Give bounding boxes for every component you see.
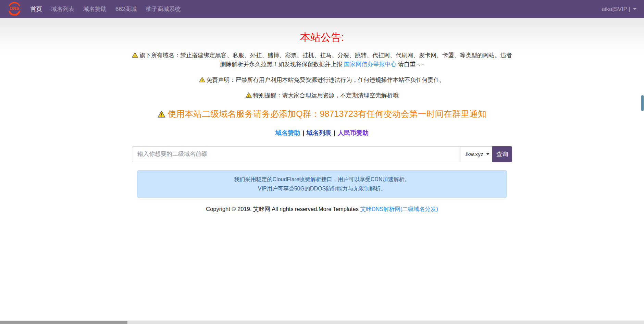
- svg-text:!: !: [201, 78, 202, 82]
- qq-group-notice-text: 使用本站二级域名服务请务必添加Q群：98713723有任何变动会第一时间在群里通…: [168, 109, 486, 119]
- nav-links: 首页 域名列表 域名赞助 662商城 柚子商城系统: [26, 0, 185, 18]
- navbar: DNS 首页 域名列表 域名赞助 662商城 柚子商城系统 aika[SVIP …: [0, 0, 644, 18]
- notice-reminder: ! 特别提醒：请大家合理运用资源，不定期清理空壳解析哦: [132, 91, 512, 100]
- domain-prefix-input[interactable]: [132, 146, 460, 162]
- cloudflare-info-box: 我们采用稳定的CloudFlare收费解析接口，用户可以享受CDN加速解析。 V…: [137, 170, 507, 198]
- domain-suffix-wrap: .ikw.xyz: [460, 146, 492, 162]
- notice-disclaimer: ! 免责声明：严禁所有用户利用本站免费资源进行违法行为，任何违规操作本站不负任何…: [132, 76, 512, 85]
- user-dropdown[interactable]: aika[SVIP ]: [602, 6, 636, 13]
- content-container: 本站公告: ! 旗下所有域名：禁止搭建绑定黑客、私服、外挂、赌博、彩票、挂机、挂…: [127, 30, 517, 213]
- nav-item-home[interactable]: 首页: [26, 0, 47, 18]
- copyright-text: Copyright © 2019. 艾咔网 All rights reserve…: [206, 206, 360, 212]
- footer-site-link[interactable]: 艾咔DNS解析网(二级域名分发): [360, 206, 438, 212]
- info-line-1: 我们采用稳定的CloudFlare收费解析接口，用户可以享受CDN加速解析。: [143, 175, 501, 184]
- notice-domains-text: 旗下所有域名：禁止搭建绑定黑客、私服、外挂、赌博、彩票、挂机、挂马、分裂、跳转、…: [139, 52, 512, 67]
- info-line-2: VIP用户可享受50G的DDOS防御能力与无限制解析。: [143, 184, 501, 193]
- warning-icon: !: [132, 52, 138, 58]
- navbar-right: aika[SVIP ]: [602, 6, 636, 13]
- notice-domains: ! 旗下所有域名：禁止搭建绑定黑客、私服、外挂、赌博、彩票、挂机、挂马、分裂、跳…: [132, 51, 512, 69]
- notice-reminder-text: 特别提醒：请大家合理运用资源，不定期清理空壳解析哦: [253, 92, 399, 99]
- svg-text:!: !: [161, 113, 162, 118]
- notice-disclaimer-text: 免责声明：严禁所有用户利用本站免费资源进行违法行为，任何违规操作本站不负任何责任…: [207, 77, 445, 83]
- quick-link-domain-list[interactable]: 域名列表: [307, 129, 331, 136]
- domain-search-bar: .ikw.xyz 查询: [132, 146, 512, 162]
- page-body: 本站公告: ! 旗下所有域名：禁止搭建绑定黑客、私服、外挂、赌博、彩票、挂机、挂…: [0, 18, 644, 224]
- nav-item-domain-list[interactable]: 域名列表: [47, 0, 79, 18]
- vertical-scrollbar-thumb[interactable]: [641, 95, 644, 111]
- quick-links: 域名赞助|域名列表|人民币赞助: [132, 129, 512, 137]
- svg-text:!: !: [134, 54, 135, 58]
- svg-text:DNS: DNS: [10, 6, 19, 11]
- nav-item-domain-sponsor[interactable]: 域名赞助: [79, 0, 111, 18]
- nav-item-662-shop[interactable]: 662商城: [111, 0, 141, 18]
- quick-link-rmb-sponsor[interactable]: 人民币赞助: [338, 129, 369, 136]
- warning-icon: !: [158, 111, 165, 118]
- user-dropdown-label: aika[SVIP ]: [602, 6, 630, 13]
- separator: |: [302, 129, 304, 136]
- separator: |: [334, 129, 335, 136]
- report-center-link[interactable]: 国家网信办举报中心: [344, 61, 396, 67]
- search-button[interactable]: 查询: [492, 146, 512, 162]
- dns-globe-icon: DNS: [8, 2, 21, 17]
- horizontal-scrollbar-thumb[interactable]: [0, 321, 127, 324]
- svg-text:!: !: [248, 94, 249, 98]
- quick-link-domain-sponsor[interactable]: 域名赞助: [275, 129, 300, 136]
- chevron-down-icon: [633, 8, 636, 10]
- horizontal-scrollbar[interactable]: [0, 321, 644, 324]
- domain-suffix-select[interactable]: .ikw.xyz: [460, 146, 492, 162]
- brand-logo[interactable]: DNS: [8, 2, 21, 17]
- warning-icon: !: [199, 77, 205, 83]
- qq-group-notice: ! 使用本站二级域名服务请务必添加Q群：98713723有任何变动会第一时间在群…: [132, 108, 512, 120]
- notice-domains-tail: 请自重~.~: [396, 61, 424, 67]
- warning-icon: !: [246, 92, 252, 98]
- page-title: 本站公告:: [132, 30, 512, 45]
- copyright-footer: Copyright © 2019. 艾咔网 All rights reserve…: [132, 205, 512, 213]
- nav-item-youzi-shop[interactable]: 柚子商城系统: [141, 0, 185, 18]
